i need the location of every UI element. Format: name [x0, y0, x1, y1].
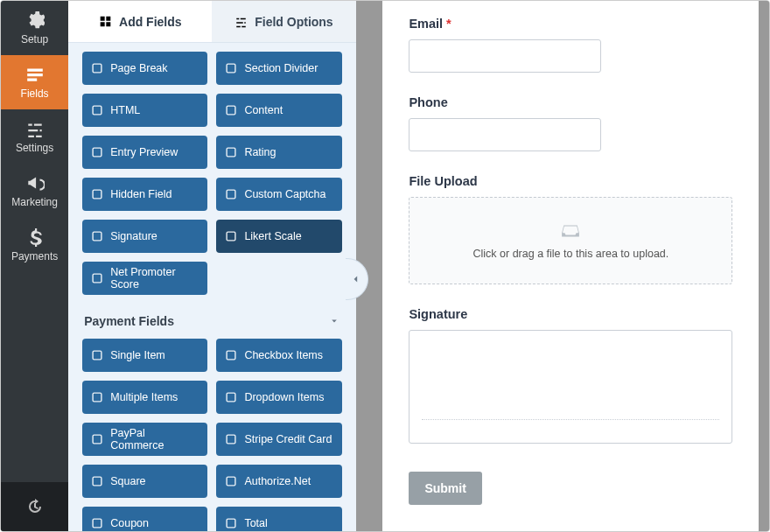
field-block-label: Signature: [110, 230, 158, 242]
field-block-hidden-field[interactable]: Hidden Field: [82, 178, 207, 211]
sliders-icon: [234, 15, 248, 28]
sidebar-item-setup[interactable]: Setup: [1, 1, 68, 55]
signature-label: Signature: [409, 307, 732, 321]
field-block-signature[interactable]: Signature: [82, 220, 207, 253]
history-icon: [26, 498, 44, 515]
field-block-label: Section Divider: [244, 62, 318, 74]
sidebar-item-label: Setup: [21, 33, 48, 46]
sidebar-item-label: Fields: [21, 88, 49, 100]
payment-block-paypal-commerce[interactable]: PayPal Commerce: [82, 423, 207, 456]
submit-button[interactable]: Submit: [409, 472, 481, 505]
form-icon: [25, 65, 45, 84]
field-block-label: Hidden Field: [110, 188, 172, 200]
phone-label: Phone: [409, 95, 732, 109]
dollar-icon: [25, 228, 45, 247]
form-canvas[interactable]: Email* Phone File Upload Click or drag a…: [382, 1, 759, 531]
card-icon: [225, 433, 237, 445]
payment-block-stripe-credit-card[interactable]: Stripe Credit Card: [216, 423, 341, 456]
sidebar-item-fields[interactable]: Fields: [1, 55, 68, 109]
field-block-entry-preview[interactable]: Entry Preview: [82, 136, 207, 169]
field-block-label: Entry Preview: [110, 146, 178, 158]
field-email[interactable]: Email*: [409, 17, 732, 73]
check-icon: [225, 349, 237, 361]
field-block-rating[interactable]: Rating: [216, 136, 341, 169]
chevron-down-icon[interactable]: [328, 315, 340, 327]
sliders-icon: [25, 119, 45, 138]
payment-block-authorize-net[interactable]: Authorize.Net: [216, 465, 341, 498]
tab-field-options[interactable]: Field Options: [212, 1, 355, 42]
tab-label: Field Options: [255, 15, 332, 29]
field-block-label: Page Break: [110, 62, 167, 74]
form-preview: Email* Phone File Upload Click or drag a…: [382, 1, 759, 531]
eyeoff-icon: [91, 188, 103, 200]
sidebar-item-label: Settings: [16, 142, 53, 154]
sidebar-item-label: Payments: [11, 250, 58, 262]
field-block-label: Coupon: [110, 517, 149, 529]
card-icon: [91, 475, 103, 487]
page-icon: [91, 62, 103, 74]
panel-body[interactable]: Page BreakSection DividerHTMLContentEntr…: [68, 43, 355, 531]
tab-add-fields[interactable]: Add Fields: [68, 1, 212, 42]
field-block-label: PayPal Commerce: [110, 427, 199, 452]
chevron-left-icon: [351, 274, 361, 284]
section-title: Payment Fields: [84, 314, 174, 328]
payment-block-square[interactable]: Square: [82, 465, 207, 498]
field-block-label: Custom Captcha: [244, 188, 326, 200]
bullhorn-icon: [25, 173, 45, 192]
field-block-label: Rating: [244, 146, 276, 158]
field-block-label: Dropdown Items: [244, 391, 324, 403]
star-icon: [225, 146, 237, 158]
card-icon: [91, 433, 103, 445]
list-icon: [91, 391, 103, 403]
field-phone[interactable]: Phone: [409, 95, 732, 151]
fields-panel: Add Fields Field Options Page BreakSecti…: [68, 1, 355, 531]
eye-icon: [91, 146, 103, 158]
doc-icon: [91, 349, 103, 361]
inbox-icon: [561, 221, 580, 241]
upload-hint: Click or drag a file to this area to upl…: [473, 248, 669, 260]
email-input[interactable]: [409, 39, 601, 73]
panel-tabs: Add Fields Field Options: [68, 1, 355, 43]
phone-input[interactable]: [409, 118, 601, 151]
field-block-likert-scale[interactable]: Likert Scale: [216, 220, 341, 253]
payment-block-single-item[interactable]: Single Item: [82, 339, 207, 372]
field-block-label: Authorize.Net: [244, 475, 311, 487]
field-block-label: Total: [244, 517, 267, 529]
field-signature[interactable]: Signature: [409, 307, 732, 444]
field-block-content[interactable]: Content: [216, 94, 341, 127]
section-payment-fields[interactable]: Payment Fields: [84, 314, 340, 328]
payment-block-multiple-items[interactable]: Multiple Items: [82, 381, 207, 414]
history-button[interactable]: [1, 482, 68, 531]
field-block-html[interactable]: HTML: [82, 94, 207, 127]
field-block-custom-captcha[interactable]: Custom Captcha: [216, 178, 341, 211]
gear-icon: [25, 10, 45, 30]
payment-block-dropdown-items[interactable]: Dropdown Items: [216, 381, 341, 414]
sidebar-item-label: Marketing: [11, 196, 58, 208]
field-block-label: HTML: [110, 104, 140, 116]
code-icon: [91, 104, 103, 116]
payment-block-checkbox-items[interactable]: Checkbox Items: [216, 339, 341, 372]
dots-icon: [225, 230, 237, 242]
divide-icon: [225, 62, 237, 74]
field-block-label: Multiple Items: [110, 391, 178, 403]
signature-pad[interactable]: [409, 330, 732, 444]
payment-block-total[interactable]: Total: [216, 507, 341, 531]
card-icon: [225, 475, 237, 487]
sidebar-item-marketing[interactable]: Marketing: [1, 164, 68, 218]
field-file-upload[interactable]: File Upload Click or drag a file to this…: [409, 174, 732, 284]
field-block-label: Checkbox Items: [244, 349, 323, 361]
field-block-net-promoter-score[interactable]: Net Promoter Score: [82, 262, 207, 295]
upload-dropzone[interactable]: Click or drag a file to this area to upl…: [409, 197, 732, 284]
gauge-icon: [91, 272, 103, 284]
field-block-label: Content: [244, 104, 283, 116]
upload-label: File Upload: [409, 174, 732, 188]
help-icon: [225, 188, 237, 200]
field-block-section-divider[interactable]: Section Divider: [216, 52, 341, 85]
sidebar-item-settings[interactable]: Settings: [1, 109, 68, 164]
payment-block-coupon[interactable]: Coupon: [82, 507, 207, 531]
field-block-label: Likert Scale: [244, 230, 301, 242]
field-block-label: Square: [110, 475, 145, 487]
sidebar-item-payments[interactable]: Payments: [1, 218, 68, 272]
doc-icon: [225, 104, 237, 116]
field-block-page-break[interactable]: Page Break: [82, 52, 207, 85]
